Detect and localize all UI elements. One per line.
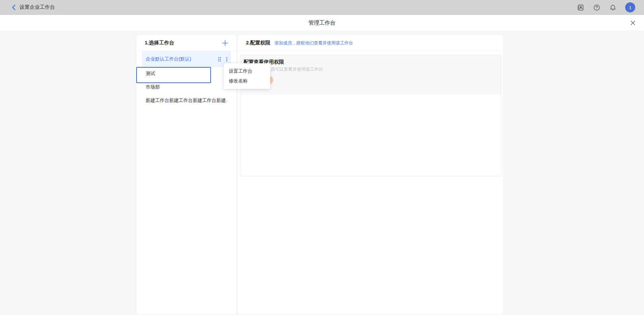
topbar-actions: 1 [577, 0, 635, 15]
user-avatar[interactable]: 1 [625, 2, 635, 12]
back-button[interactable]: 设置企业工作台 [11, 4, 55, 10]
permission-config-panel: 2.配置权限 添加成员，授权他们查看并使用该工作台 配置查看使用权限 成员可以查… [238, 35, 503, 314]
left-panel-header: 1.选择工作台 [137, 35, 236, 51]
right-panel-header: 2.配置权限 添加成员，授权他们查看并使用该工作台 [238, 35, 503, 51]
permission-card-title: 配置查看使用权限 [240, 55, 501, 65]
more-menu-icon[interactable] [226, 57, 227, 62]
permission-card: 配置查看使用权限 成员可以查看并使用该工作台 [240, 55, 501, 176]
workspace-item-label: 企业默认工作台(默认) [146, 56, 218, 62]
workspace-item-default[interactable]: 企业默认工作台(默认) [142, 51, 231, 67]
workspace-select-panel: 1.选择工作台 企业默认工作台(默认) [137, 35, 236, 314]
permission-card-description: 成员可以查看并使用该工作台 [266, 66, 323, 72]
left-panel-title: 1.选择工作台 [145, 40, 174, 46]
workspace-list: 企业默认工作台(默认) [137, 51, 236, 107]
add-members-link[interactable]: 添加成员，授权他们查看并使用该工作台 [275, 40, 353, 46]
help-icon[interactable] [593, 4, 600, 11]
menu-item-rename[interactable]: 修改名称 [224, 76, 270, 86]
workspace-item[interactable]: 测试 [142, 67, 231, 80]
workspace-item-label: 新建工作台新建工作台新建工作台新建... [146, 98, 227, 104]
menu-item-set-workspace[interactable]: 设置工作台 [224, 66, 270, 76]
workspace-item[interactable]: 新建工作台新建工作台新建工作台新建... [142, 94, 231, 107]
workspace-context-menu: 设置工作台 修改名称 [224, 63, 270, 89]
page-title: 管理工作台 [0, 15, 644, 31]
drag-handle-icon[interactable] [218, 57, 221, 62]
workspace-item-label: 测试 [146, 71, 227, 77]
close-icon[interactable] [630, 20, 636, 26]
contacts-icon[interactable] [577, 4, 584, 11]
back-label: 设置企业工作台 [20, 4, 55, 10]
right-panel-title: 2.配置权限 [246, 40, 271, 46]
workspace-item-label: 市场部 [146, 84, 227, 90]
back-chevron-icon [11, 4, 16, 10]
workspace-item[interactable]: 市场部 [142, 80, 231, 94]
add-workspace-button[interactable] [221, 39, 229, 47]
manage-workspace-screen: 设置企业工作台 [0, 0, 644, 315]
app-top-bar: 设置企业工作台 [0, 0, 644, 15]
modal-title-bar: 管理工作台 [0, 15, 644, 31]
bell-icon[interactable] [609, 4, 616, 11]
permission-card-header: 配置查看使用权限 成员可以查看并使用该工作台 [240, 55, 501, 95]
